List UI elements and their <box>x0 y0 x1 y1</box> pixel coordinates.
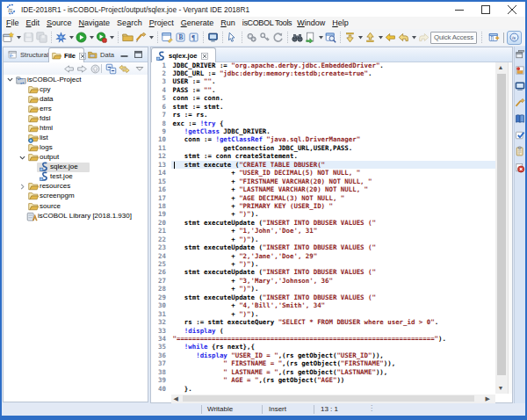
compile-button[interactable] <box>55 30 67 45</box>
tree-item-output[interactable]: output <box>4 153 148 163</box>
paintbrush-dropdown-arrow[interactable] <box>148 30 155 45</box>
tree-item-errs[interactable]: errs <box>4 104 148 113</box>
code-editor[interactable]: 1234567891011121314151617181920212223242… <box>151 62 512 402</box>
editor-window-button[interactable] <box>162 30 173 45</box>
code-line-24[interactable]: + "2,'Jane','Doe', 29" <box>171 252 497 260</box>
code-line-38[interactable]: " LASTNAME = ",(rs getObject("LASTNAME")… <box>171 368 497 376</box>
minimize-button[interactable] <box>446 2 473 17</box>
tree-item-sqlex.joe[interactable]: sqlex.joe <box>4 163 148 172</box>
code-line-13[interactable]: stmt execute ("CREATE TABLE DBUSER(" <box>171 161 497 169</box>
tree-item-iscobol-library-2018.1.930-[interactable]: isCOBOL Library [2018.1.930] <box>4 211 148 221</box>
tree-item-resources[interactable]: resources <box>4 182 148 192</box>
code-line-39[interactable]: " AGE = ",(rs getObject("AGE")) <box>171 376 497 384</box>
code-line-14[interactable]: + "USER_ID DECIMAL(5) NOT NULL, " <box>171 169 497 177</box>
code-line-22[interactable]: + ")"). <box>171 235 497 243</box>
tasks-view-icon[interactable] <box>515 130 525 141</box>
box-b-button[interactable]: B <box>175 30 186 45</box>
menu-iscobol-tools[interactable]: isCOBOL Tools <box>239 18 295 27</box>
menu-search[interactable]: Search <box>113 18 146 27</box>
previous-annotation-dropdown-arrow[interactable] <box>377 30 384 45</box>
code-line-5[interactable]: conn := conn. <box>171 94 497 102</box>
code-line-35[interactable]: !while {rs next},{ <box>171 343 497 351</box>
new-wizard-button[interactable] <box>3 30 14 45</box>
explorer-tab-structural[interactable]: Structural <box>5 47 47 62</box>
menu-file[interactable]: File <box>3 18 23 27</box>
error-log-view-icon[interactable] <box>515 163 525 173</box>
tree-item-source[interactable]: source <box>4 201 148 211</box>
code-line-20[interactable]: stmt executeUpdate ("INSERT INTO DBUSER … <box>171 219 497 227</box>
window-search-button[interactable] <box>325 30 336 45</box>
tree-item-logs[interactable]: logs <box>4 143 148 153</box>
scroll-down-icon[interactable]: ▼ <box>498 384 504 393</box>
code-line-29[interactable]: stmt executeUpdate ("INSERT INTO DBUSER … <box>171 293 497 301</box>
menu-source[interactable]: Source <box>43 18 76 27</box>
tree-item-cpy[interactable]: cpy <box>4 84 148 94</box>
menu-generate[interactable]: Generate <box>177 18 218 27</box>
tree-item-fdsl[interactable]: fdsl <box>4 113 148 123</box>
profile-dropdown-arrow[interactable] <box>108 30 115 45</box>
code-line-21[interactable]: + "1,'John','Doe', 31" <box>171 227 497 235</box>
next-annotation-dropdown-arrow[interactable] <box>357 30 364 45</box>
run-dropdown-arrow[interactable] <box>88 30 95 45</box>
box-paragraph-button[interactable]: ¶ <box>188 30 199 45</box>
tree-item-screenpgm[interactable]: screenpgm <box>4 192 148 201</box>
code-line-10[interactable]: conn := !getClassRef "java.sql.DriverMan… <box>171 135 497 143</box>
code-line-26[interactable]: stmt executeUpdate ("INSERT INTO DBUSER … <box>171 268 497 276</box>
code-line-18[interactable]: + "PRIMARY KEY (USER_ID) " <box>171 202 497 210</box>
close-tab-icon[interactable] <box>201 53 208 60</box>
tree-item-html[interactable]: html <box>4 123 148 133</box>
gears-button[interactable] <box>246 30 257 45</box>
link-editor-button[interactable] <box>119 63 130 75</box>
snippets-view-icon[interactable] <box>515 65 525 76</box>
tree-item-iscobol-project[interactable]: isCOBOL-Project <box>4 75 148 84</box>
menu-window[interactable]: Window <box>293 18 328 27</box>
code-line-15[interactable]: + "FIRSTNAME VARCHAR(20) NOT NULL, " <box>171 177 497 185</box>
tree-item-list[interactable]: list <box>4 133 148 142</box>
maximize-button[interactable] <box>473 2 499 17</box>
code-line-31[interactable]: + ")"). <box>171 310 497 318</box>
new-wizard-dropdown-arrow[interactable] <box>15 30 22 45</box>
code-line-27[interactable]: + "3,'Mary','Johnson', 36" <box>171 277 497 285</box>
scroll-right-icon[interactable]: ▶ <box>486 395 490 403</box>
forward-button[interactable] <box>418 30 430 45</box>
vertical-scrollbar-thumb[interactable] <box>497 74 506 375</box>
code-line-4[interactable]: PASS := "". <box>171 86 497 94</box>
monitor-button[interactable] <box>207 30 219 45</box>
tree-item-test.joe[interactable]: test.joe <box>4 172 148 182</box>
code-line-28[interactable]: + ")"). <box>171 285 497 293</box>
clipboard-view-icon[interactable] <box>515 146 525 156</box>
menu-navigate[interactable]: Navigate <box>76 18 114 27</box>
close-button[interactable] <box>499 2 525 17</box>
code-line-16[interactable]: + "LASTNAME VARCHAR(20) NOT NULL, " <box>171 185 497 193</box>
open-perspective-button[interactable] <box>488 30 500 45</box>
code-line-25[interactable]: + ")"). <box>171 260 497 268</box>
code-line-1[interactable]: JDBC_DRIVER := "org.apache.derby.jdbc.Em… <box>171 62 497 69</box>
open-type-button[interactable] <box>305 30 316 45</box>
previous-annotation-button[interactable] <box>365 30 376 45</box>
code-line-11[interactable]: getConnection JDBC_URL,USER,PASS. <box>171 144 497 152</box>
open-folder-button[interactable] <box>122 30 134 45</box>
vertical-scrollbar[interactable]: ▲ ▼ <box>495 62 508 394</box>
restore-views-view-icon[interactable] <box>515 49 525 60</box>
maximize-view-button[interactable] <box>134 50 142 58</box>
back-button[interactable] <box>398 30 409 45</box>
compile-dropdown-arrow[interactable] <box>68 30 75 45</box>
code-line-33[interactable]: !display ( <box>171 327 497 335</box>
code-line-17[interactable]: + "AGE DECIMAL(3) NOT NULL, " <box>171 194 497 202</box>
code-line-32[interactable]: rs := stmt executeQuery "SELECT * FROM D… <box>171 318 497 326</box>
chevron-right-icon[interactable] <box>18 182 26 192</box>
code-line-37[interactable]: " FIRSTNAME = ",(rs getObject("FIRSTNAME… <box>171 359 497 367</box>
code-line-7[interactable]: rs := rs. <box>171 111 497 119</box>
open-type-dropdown-arrow[interactable] <box>317 30 324 45</box>
code-line-6[interactable]: stmt := stmt. <box>171 103 497 111</box>
back-button[interactable] <box>63 63 75 75</box>
minimize-view-button[interactable] <box>120 50 128 58</box>
code-line-34[interactable]: "=======================================… <box>171 335 497 343</box>
code-line-30[interactable]: + "4,'Bill','Smith', 34" <box>171 301 497 309</box>
code-line-3[interactable]: USER := "". <box>171 77 497 85</box>
save-all-button[interactable] <box>36 30 47 45</box>
profile-button[interactable] <box>96 30 107 45</box>
code-line-23[interactable]: stmt executeUpdate ("INSERT INTO DBUSER … <box>171 243 497 251</box>
menu-edit[interactable]: Edit <box>23 18 44 27</box>
up-button[interactable] <box>90 63 101 75</box>
